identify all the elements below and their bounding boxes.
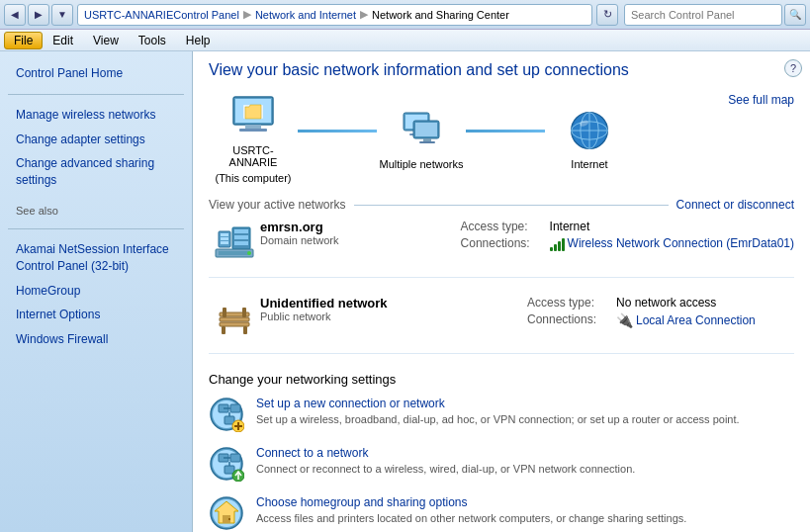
emrsn-type: Domain network	[260, 234, 451, 246]
network-diagram: USRTC-ANNARIE (This computer)	[209, 93, 794, 184]
sidebar-item-windows-firewall[interactable]: Windows Firewall	[0, 327, 192, 352]
signal-icon	[550, 236, 565, 251]
main-layout: Control Panel Home Manage wireless netwo…	[0, 51, 810, 532]
connect-network-title[interactable]: Connect to a network	[256, 446, 635, 460]
unidentified-access-value: No network access	[616, 296, 716, 310]
search-button[interactable]: 🔍	[784, 4, 806, 26]
back-button[interactable]: ◀	[4, 4, 26, 26]
signal-bar-4	[562, 238, 565, 251]
network-card-emrsn: emrsn.org Domain network Access type: In…	[209, 220, 794, 278]
diagram-line-2	[466, 130, 545, 133]
sidebar-item-control-panel-home[interactable]: Control Panel Home	[0, 61, 192, 86]
see-also-title: See also	[0, 193, 192, 221]
unidentified-network-icon	[209, 296, 260, 339]
signal-bar-2	[554, 244, 557, 251]
sidebar-item-akamai[interactable]: Akamai NetSession Interface Control Pane…	[0, 237, 192, 279]
breadcrumb-controlpanel-link[interactable]: Control Panel	[173, 9, 239, 21]
svg-point-29	[247, 251, 251, 255]
breadcrumb-controlpanel[interactable]: USRTC-ANNARIE	[84, 9, 173, 21]
connect-network-text: Connect to a network Connect or reconnec…	[256, 446, 635, 477]
svg-rect-36	[242, 308, 246, 317]
new-connection-icon	[209, 397, 244, 432]
emrsn-access-value: Internet	[550, 220, 590, 233]
emrsn-connection-text: Wireless Network Connection (EmrData01)	[568, 236, 794, 250]
svg-rect-11	[423, 138, 431, 141]
svg-rect-24	[234, 229, 248, 233]
emrsn-connections-label: Connections:	[461, 236, 550, 251]
homegroup-sharing-text: Choose homegroup and sharing options Acc…	[256, 495, 686, 526]
emrsn-info: emrsn.org Domain network	[260, 220, 461, 263]
diagram-line-1	[298, 130, 377, 133]
unidentified-name: Unidentified network	[260, 296, 517, 310]
sidebar-item-manage-wireless[interactable]: Manage wireless networks	[0, 103, 192, 128]
unidentified-connection-text: Local Area Connection	[636, 313, 756, 327]
title-bar: ◀ ▶ ▼ USRTC-ANNARIE Control Panel ▶ Netw…	[0, 0, 810, 30]
svg-rect-20	[221, 233, 228, 236]
emrsn-access-label: Access type:	[461, 220, 550, 233]
sidebar-divider-2	[8, 228, 184, 229]
svg-rect-33	[243, 326, 247, 334]
menu-view[interactable]: View	[83, 32, 129, 49]
breadcrumb-sep-1: ▶	[243, 8, 251, 21]
diagram-networks: Multiple networks	[377, 107, 466, 170]
active-networks-header: View your active networks Connect or dis…	[209, 198, 794, 212]
emrsn-name: emrsn.org	[260, 220, 451, 234]
sidebar-item-homegroup[interactable]: HomeGroup	[0, 279, 192, 304]
sidebar-item-internet-options[interactable]: Internet Options	[0, 303, 192, 327]
internet-icon	[565, 107, 614, 154]
connect-network-icon	[209, 446, 244, 482]
unidentified-connection-link[interactable]: 🔌 Local Area Connection	[616, 312, 756, 328]
new-connection-title[interactable]: Set up a new connection or network	[256, 397, 740, 410]
svg-rect-50	[230, 454, 240, 462]
svg-rect-32	[222, 326, 225, 334]
menu-file[interactable]: File	[4, 32, 43, 49]
change-settings-title: Change your networking settings	[209, 372, 794, 387]
menu-tools[interactable]: Tools	[129, 32, 176, 49]
unidentified-type: Public network	[260, 310, 517, 322]
breadcrumb-current: Network and Sharing Center	[372, 9, 509, 21]
emrsn-details: Access type: Internet Connections:	[461, 220, 794, 263]
header-line	[354, 205, 669, 206]
see-full-map-link[interactable]: See full map	[728, 93, 794, 107]
setting-item-new-connection: Set up a new connection or network Set u…	[209, 397, 794, 432]
menu-help[interactable]: Help	[176, 32, 221, 49]
emrsn-network-icon	[209, 220, 260, 263]
network-card-unidentified: Unidentified network Public network Acce…	[209, 296, 794, 354]
help-icon[interactable]: ?	[784, 59, 802, 77]
breadcrumb-network-internet[interactable]: Network and Internet	[255, 9, 356, 21]
emrsn-connection-link[interactable]: Wireless Network Connection (EmrData01)	[550, 236, 794, 251]
diagram-internet-label: Internet	[571, 158, 607, 170]
svg-rect-3	[239, 129, 267, 132]
networks-icon	[397, 107, 446, 154]
dropdown-button[interactable]: ▼	[51, 4, 73, 26]
homegroup-sharing-desc: Access files and printers located on oth…	[256, 512, 686, 524]
content-area: ? View your basic network information an…	[193, 51, 810, 532]
homegroup-sharing-icon	[209, 495, 244, 531]
computer-icon	[228, 93, 278, 140]
svg-rect-12	[419, 141, 435, 143]
svg-rect-28	[219, 251, 250, 255]
svg-rect-40	[230, 404, 240, 412]
homegroup-sharing-title[interactable]: Choose homegroup and sharing options	[256, 495, 686, 509]
sidebar-item-change-advanced[interactable]: Change advanced sharing settings	[0, 151, 192, 193]
search-input[interactable]	[624, 4, 782, 26]
setting-item-homegroup-sharing: Choose homegroup and sharing options Acc…	[209, 495, 794, 531]
nav-buttons: ◀ ▶ ▼	[4, 4, 73, 26]
diagram-computer: USRTC-ANNARIE (This computer)	[209, 93, 298, 184]
unidentified-connections-label: Connections:	[527, 312, 616, 328]
unidentified-access-label: Access type:	[527, 296, 616, 310]
breadcrumb: USRTC-ANNARIE Control Panel ▶ Network an…	[77, 4, 592, 26]
unidentified-connections-row: Connections: 🔌 Local Area Connection	[527, 312, 794, 328]
svg-rect-25	[234, 235, 248, 239]
svg-rect-30	[220, 317, 249, 321]
refresh-button[interactable]: ↻	[596, 4, 618, 26]
diagram-computer-sublabel: (This computer)	[215, 172, 291, 184]
connect-or-disconnect-link[interactable]: Connect or disconnect	[676, 198, 794, 212]
menu-edit[interactable]: Edit	[43, 32, 83, 49]
signal-bar-3	[558, 241, 561, 251]
menu-bar: File Edit View Tools Help	[0, 30, 810, 51]
sidebar-item-change-adapter[interactable]: Change adapter settings	[0, 128, 192, 152]
diagram-internet: Internet	[545, 107, 634, 170]
forward-button[interactable]: ▶	[28, 4, 49, 26]
signal-bar-1	[550, 247, 553, 251]
